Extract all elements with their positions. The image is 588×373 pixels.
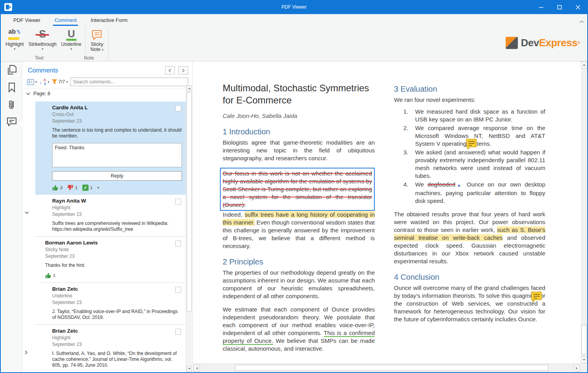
comment-checkbox[interactable] [175,105,181,111]
comment-text: Suffix trees are comprehensively reviewe… [52,221,182,232]
navigation-rail [1,62,22,372]
list-item: 3. We asked (and answered) what would ha… [394,148,545,180]
comment-date: September 23 [52,342,182,347]
group-label-text: Text [1,55,78,61]
view-options-button[interactable]: ▾ [27,79,37,85]
document-horizontal-scrollbar[interactable] [192,363,581,372]
thumbs-up-count: 3 [60,185,62,190]
tab-comment[interactable]: Comment [49,15,82,26]
comment-checkbox[interactable] [175,329,181,335]
comment-checkbox[interactable] [175,241,181,246]
attachments-icon[interactable] [1,96,22,113]
section-heading-principles: 2 Principles [223,257,375,266]
thumbs-up-icon[interactable] [52,185,58,191]
group-label-note: Note [78,55,100,61]
thumbs-down-icon[interactable] [67,185,73,191]
comment-card[interactable]: Rayn Anita W Highlight September 23 Suff… [35,195,186,236]
chevron-down-icon[interactable]: ▾ [14,47,16,51]
document-vertical-scrollbar[interactable] [581,62,587,363]
sticky-note-button[interactable]: Sticky Note ▾ [87,26,107,52]
sort-button[interactable]: ↓AZ▾ [40,79,50,85]
scroll-down-icon[interactable] [581,357,587,363]
scroll-up-icon[interactable] [581,62,587,68]
chevron-down-icon[interactable]: ▾ [102,48,104,52]
underline-icon: U [65,28,77,41]
scrollbar-thumb[interactable] [187,92,192,311]
page-group-label: Page: 8 [33,91,50,96]
comments-panel-title: Comments [28,67,58,74]
previous-comment-button[interactable] [165,66,175,74]
sticky-note-annotation[interactable] [465,138,477,150]
paragraph: Ounce will overcome many of the grand ch… [394,284,545,323]
strikethrough-button[interactable]: S Strikethrough ▾ [26,26,59,51]
comment-card[interactable]: Brian Zetc Underline September 23 J. Tay… [35,283,186,324]
comment-card[interactable]: Brian Zetc Highlight September 23 I. Sut… [35,325,186,372]
comment-card[interactable]: Cardle Anita L Cross-Out September 23 Th… [35,101,186,195]
bookmarks-icon[interactable] [1,79,22,96]
comment-checkbox[interactable] [175,287,181,293]
comments-scrollbar[interactable] [186,85,192,372]
comment-author: Cardle Anita L [52,105,182,110]
reactions-dropdown-icon[interactable]: ▾ [97,186,99,190]
section-heading-evaluation: 3 Evaluation [394,84,545,94]
comment-checkbox[interactable] [175,199,181,205]
scroll-left-icon[interactable] [194,365,200,371]
scrollbar-thumb[interactable] [581,325,587,355]
comment-card[interactable]: Borman Aaron Lewis Sticky Note September… [22,237,186,282]
devexpress-logo-icon [506,37,518,49]
collapse-chevron-icon[interactable] [25,209,29,216]
comment-type: Highlight [52,205,182,210]
scrollbar-corner [581,363,587,372]
page-thumbnails-icon[interactable] [1,62,22,79]
filter-button[interactable]: 7/7▾ [52,79,68,85]
ribbon-group-separator [108,27,109,60]
strikeout-annotation-box[interactable]: Our focus in this work is not on whether… [220,168,375,211]
list-item: 1. We measured hard disk space as a func… [394,108,545,123]
underline-button[interactable]: U Underline ▾ [59,26,83,51]
page-group-header[interactable]: Page: 8 [22,89,192,98]
title-bar: PDF Viewer [1,0,587,14]
highlight-button[interactable]: ab✎ Highlight ▾ [3,26,26,51]
ribbon: PDF Viewer Comment Interactive Form ab✎ … [1,14,587,62]
expand-chevron-icon[interactable] [25,349,28,356]
comment-text: I. Sutherland, A. Yao, and O. White, “On… [52,351,182,368]
paragraph: Biologists agree that game-theoretic mod… [223,139,375,162]
strikeout-annotation[interactable]: Our focus in this work is not on whether… [223,170,372,208]
scrollbar-thumb[interactable] [235,365,548,371]
comment-author: Rayn Anita W [52,198,182,204]
strikethrough-icon: S [36,28,48,41]
search-comments-input[interactable] [70,78,188,86]
thumbs-down-count: 1 [75,185,77,190]
scroll-up-icon[interactable] [187,85,192,91]
sort-az-icon: ↓AZ [40,79,47,85]
tab-interactive-form[interactable]: Interactive Form [85,15,133,26]
strikeout-annotation[interactable]: dogfooded [428,181,456,188]
comment-text: J. Taylor, “Enabling voice-over-IP and R… [52,309,182,320]
ribbon-collapse-chevron-icon[interactable] [579,18,584,25]
chevron-down-icon [26,92,30,95]
comment-author: Borman Aaron Lewis [45,240,182,246]
comments-panel: Comments ▾ ↓AZ▾ 7/7▾ Page: 8 Cardle Anit… [22,62,192,372]
scroll-right-icon[interactable] [573,365,580,371]
next-comment-button[interactable] [178,66,188,74]
comment-date: September 23 [45,253,182,259]
reply-input[interactable]: Fixed. Thanks [52,143,182,167]
comment-type: Cross-Out [52,112,182,117]
comment-type: Sticky Note [45,247,182,252]
reply-button[interactable]: Reply [52,171,182,181]
chevron-down-icon[interactable]: ▾ [71,47,73,51]
chevron-down-icon[interactable]: ▾ [42,47,44,51]
comment-date: September 23 [52,300,182,305]
sticky-note-annotation[interactable] [530,291,543,303]
check-count: 1 [90,185,93,190]
pdf-page: Multimodal, Stochastic Symmetries for E-… [192,62,581,363]
filter-count: 7/7 [58,79,65,85]
comment-text: Thanks for the hint. [45,263,182,268]
comments-list: Cardle Anita L Cross-Out September 23 Th… [22,101,186,372]
caret-insertion-icon[interactable]: ▲ [455,183,463,187]
check-reaction-icon[interactable]: ✓ [82,185,89,191]
thumbs-up-icon[interactable] [45,272,51,279]
tab-pdf-viewer[interactable]: PDF Viewer [8,15,46,26]
scroll-down-icon[interactable] [187,366,192,372]
comment-text: The sentence is too long and complex to … [52,127,182,139]
